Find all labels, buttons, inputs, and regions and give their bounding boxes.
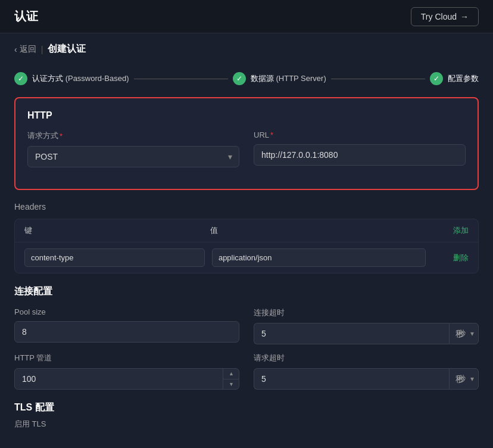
- method-group: 请求方式 * POST GET PUT DELETE PATCH: [27, 130, 239, 167]
- headers-section: Headers 键 值 添加 删除: [14, 202, 479, 273]
- step-3: ✓ 配置参数: [430, 72, 479, 85]
- method-label: 请求方式 *: [27, 130, 239, 141]
- chevron-left-icon: ‹: [14, 45, 17, 54]
- page-title: 认证: [14, 8, 38, 24]
- connection-row-1: Pool size 连接超时 秒 毫秒 分钟 秒: [14, 307, 479, 344]
- step-1: ✓ 认证方式 (Password-Based): [14, 72, 129, 85]
- http-pipeline-label: HTTP 管道: [14, 353, 239, 363]
- request-timeout-label: 请求超时: [254, 353, 479, 363]
- method-select[interactable]: POST GET PUT DELETE PATCH: [27, 146, 239, 167]
- url-group: URL *: [254, 130, 466, 167]
- headers-title: Headers: [14, 202, 479, 211]
- http-pipeline-input-wrapper: ▲ ▼: [14, 368, 239, 390]
- step-1-icon: ✓: [14, 72, 27, 85]
- table-row: 删除: [15, 242, 478, 273]
- step-line-2: [331, 79, 425, 79]
- step-2-label: 数据源 (HTTP Server): [251, 73, 326, 84]
- request-timeout-unit-wrapper: 秒 毫秒 分钟 秒: [449, 368, 479, 390]
- method-select-wrapper: POST GET PUT DELETE PATCH: [27, 146, 239, 167]
- back-button[interactable]: ‹ 返回: [14, 44, 36, 55]
- conn-timeout-group: 连接超时 秒 毫秒 分钟 秒: [254, 307, 479, 344]
- request-timeout-row: 秒 毫秒 分钟 秒: [254, 368, 479, 390]
- conn-timeout-input[interactable]: [254, 323, 449, 344]
- back-label: 返回: [20, 44, 36, 55]
- stepper-arrows: ▲ ▼: [223, 368, 239, 390]
- header-delete-button[interactable]: 删除: [433, 253, 469, 263]
- main-content: HTTP 请求方式 * POST GET PUT DELETE PATCH: [0, 97, 493, 448]
- step-1-label: 认证方式 (Password-Based): [32, 73, 129, 84]
- conn-timeout-label: 连接超时: [254, 307, 479, 318]
- headers-table-header: 键 值 添加: [15, 219, 478, 242]
- tls-enable-label: 启用 TLS: [14, 419, 479, 430]
- request-timeout-unit-select[interactable]: 秒 毫秒 分钟: [449, 368, 479, 390]
- stepper-up-button[interactable]: ▲: [223, 368, 239, 379]
- headers-table: 键 值 添加 删除: [14, 219, 479, 273]
- tls-title: TLS 配置: [14, 402, 479, 414]
- headers-col-key: 键: [24, 225, 210, 236]
- url-input[interactable]: [254, 144, 466, 166]
- connection-section: 连接配置 Pool size 连接超时 秒 毫秒 分钟: [14, 285, 479, 390]
- connection-section-title: 连接配置: [14, 285, 479, 298]
- pool-size-input[interactable]: [14, 321, 239, 343]
- http-section: HTTP 请求方式 * POST GET PUT DELETE PATCH: [14, 97, 479, 190]
- request-timeout-group: 请求超时 秒 毫秒 分钟 秒: [254, 353, 479, 390]
- headers-col-value: 值: [210, 225, 433, 236]
- arrow-icon: →: [460, 12, 469, 21]
- breadcrumb: ‹ 返回 | 创建认证: [0, 33, 493, 65]
- header: 认证 Try Cloud →: [0, 0, 493, 33]
- http-section-title: HTTP: [27, 110, 466, 121]
- connection-row-2: HTTP 管道 ▲ ▼ 请求超时 秒 毫秒: [14, 353, 479, 390]
- pool-size-label: Pool size: [14, 307, 239, 316]
- step-3-icon: ✓: [430, 72, 443, 85]
- breadcrumb-current: 创建认证: [48, 43, 86, 55]
- step-2: ✓ 数据源 (HTTP Server): [233, 72, 326, 85]
- step-3-label: 配置参数: [448, 73, 479, 84]
- header-value-input[interactable]: [212, 248, 426, 267]
- step-line-1: [134, 79, 228, 79]
- stepper: ✓ 认证方式 (Password-Based) ✓ 数据源 (HTTP Serv…: [0, 65, 493, 97]
- pool-size-group: Pool size: [14, 307, 239, 344]
- step-2-icon: ✓: [233, 72, 246, 85]
- try-cloud-label: Try Cloud: [421, 12, 457, 21]
- stepper-down-button[interactable]: ▼: [223, 379, 239, 390]
- conn-timeout-unit-wrapper: 秒 毫秒 分钟 秒: [449, 323, 479, 344]
- http-pipeline-group: HTTP 管道 ▲ ▼: [14, 353, 239, 390]
- tls-section: TLS 配置 启用 TLS: [14, 402, 479, 430]
- http-pipeline-input[interactable]: [14, 368, 239, 390]
- conn-timeout-row: 秒 毫秒 分钟 秒: [254, 323, 479, 344]
- http-form-row: 请求方式 * POST GET PUT DELETE PATCH URL *: [27, 130, 466, 167]
- breadcrumb-divider: |: [41, 45, 43, 54]
- url-label: URL *: [254, 130, 466, 139]
- headers-add-button[interactable]: 添加: [433, 225, 469, 236]
- conn-timeout-unit-select[interactable]: 秒 毫秒 分钟: [449, 323, 479, 344]
- request-timeout-input[interactable]: [254, 368, 449, 390]
- try-cloud-button[interactable]: Try Cloud →: [411, 7, 479, 26]
- header-key-input[interactable]: [24, 248, 205, 267]
